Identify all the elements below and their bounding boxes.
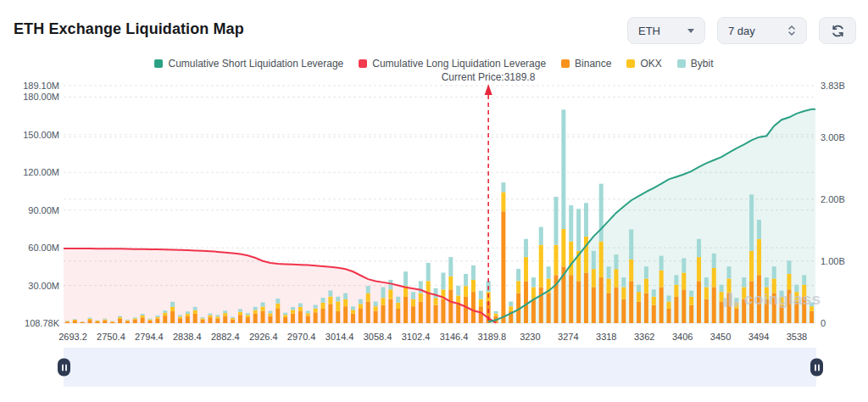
- svg-text:2838.4: 2838.4: [173, 332, 202, 342]
- svg-text:189.10M: 189.10M: [23, 81, 59, 91]
- svg-text:0: 0: [821, 318, 826, 328]
- svg-text:2926.4: 2926.4: [249, 332, 278, 342]
- svg-text:2794.4: 2794.4: [135, 332, 164, 342]
- svg-text:30.00M: 30.00M: [28, 281, 59, 291]
- svg-text:2693.2: 2693.2: [58, 332, 87, 342]
- svg-text:3494: 3494: [748, 332, 769, 342]
- pause-handle-icon: [65, 364, 67, 371]
- slider-right-handle[interactable]: [810, 359, 823, 377]
- svg-text:2.00B: 2.00B: [821, 194, 845, 204]
- svg-text:2750.4: 2750.4: [97, 332, 125, 342]
- pause-handle-icon: [62, 364, 64, 371]
- left-axis-labels: 189.10M180.00M150.00M120.00M90.00M60.00M…: [23, 81, 59, 328]
- svg-text:3230: 3230: [520, 332, 540, 342]
- svg-text:60.00M: 60.00M: [28, 243, 59, 253]
- svg-text:180.00M: 180.00M: [23, 92, 59, 102]
- svg-text:3102.4: 3102.4: [402, 332, 431, 342]
- svg-text:3406: 3406: [672, 332, 693, 342]
- svg-text:150.00M: 150.00M: [23, 130, 59, 140]
- right-axis-labels: 3.83B3.00B2.00B1.00B0: [821, 81, 845, 328]
- svg-text:3058.4: 3058.4: [364, 332, 392, 342]
- svg-text:1.00B: 1.00B: [821, 256, 845, 266]
- pause-handle-icon: [818, 364, 820, 371]
- svg-text:3.83B: 3.83B: [821, 81, 845, 91]
- liquidation-chart[interactable]: 189.10M180.00M150.00M120.00M90.00M60.00M…: [0, 0, 868, 402]
- svg-text:3014.4: 3014.4: [326, 332, 354, 342]
- x-axis-labels: 2693.22750.42794.42838.42882.42926.42970…: [58, 332, 807, 342]
- svg-text:108.78K: 108.78K: [25, 318, 60, 328]
- pause-handle-icon: [815, 364, 816, 371]
- svg-text:3146.4: 3146.4: [440, 332, 469, 342]
- svg-text:3450: 3450: [710, 332, 731, 342]
- svg-text:2882.4: 2882.4: [211, 332, 240, 342]
- svg-text:3318: 3318: [596, 332, 616, 342]
- svg-text:2970.4: 2970.4: [287, 332, 316, 342]
- svg-text:90.00M: 90.00M: [28, 205, 59, 215]
- slider-left-handle[interactable]: [58, 359, 70, 377]
- svg-text:120.00M: 120.00M: [23, 167, 59, 177]
- svg-text:3538: 3538: [787, 332, 807, 342]
- svg-text:3.00B: 3.00B: [821, 132, 845, 142]
- svg-text:3274: 3274: [558, 332, 578, 342]
- zoom-range-slider[interactable]: [64, 348, 816, 387]
- svg-text:3362: 3362: [634, 332, 654, 342]
- svg-text:3189.8: 3189.8: [478, 332, 507, 342]
